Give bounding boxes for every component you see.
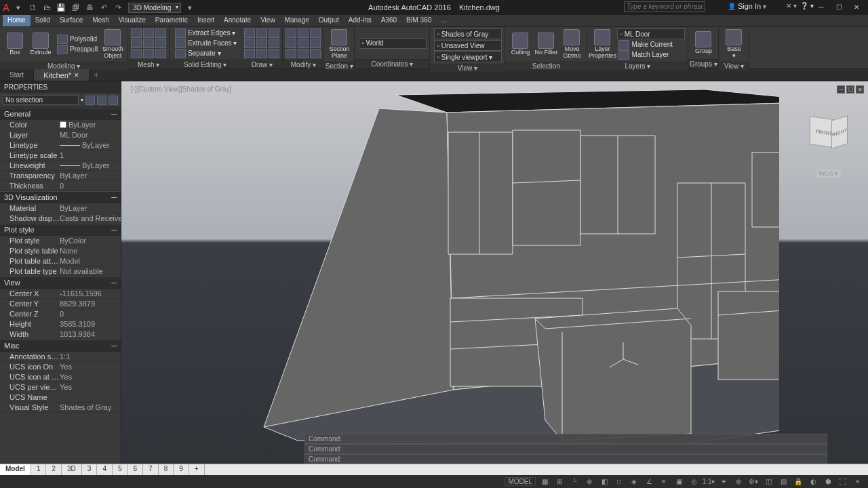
- tool-icon[interactable]: [143, 28, 154, 38]
- ribbon-dropdown[interactable]: ▫ World: [359, 38, 427, 49]
- panel-title[interactable]: Draw ▾: [241, 60, 282, 68]
- category-header[interactable]: View─: [0, 277, 121, 289]
- tool-icon[interactable]: [285, 49, 296, 58]
- vp-minimize-icon[interactable]: ─: [837, 85, 845, 94]
- tool-icon[interactable]: [244, 39, 255, 48]
- transparency-icon[interactable]: ▣: [673, 476, 685, 487]
- property-value[interactable]: ByLayer: [60, 204, 121, 212]
- ribbon-extrude-faces--button[interactable]: Extrude Faces ▾: [174, 39, 238, 48]
- panel-title[interactable]: Section ▾: [324, 62, 354, 70]
- menu-annotate[interactable]: Annotate: [219, 15, 256, 26]
- viewport-label[interactable]: [-][Custom View][Shades of Gray]: [131, 85, 231, 93]
- qa-redo-icon[interactable]: ↷: [112, 1, 124, 14]
- ribbon-polysolid-button[interactable]: Polysolid: [56, 35, 99, 44]
- tool-icon[interactable]: [298, 39, 309, 48]
- ribbon-section-plane-button[interactable]: SectionPlane: [327, 28, 351, 60]
- layout-tab[interactable]: 5: [113, 464, 128, 475]
- ribbon-box-button[interactable]: Box: [3, 32, 27, 57]
- tool-icon[interactable]: [143, 49, 154, 58]
- close-button[interactable]: ✕: [848, 0, 865, 14]
- property-value[interactable]: Yes: [60, 363, 121, 371]
- menu-manage[interactable]: Manage: [280, 15, 314, 26]
- tool-icon[interactable]: [256, 28, 267, 38]
- property-value[interactable]: Not available: [60, 267, 121, 275]
- property-value[interactable]: ML Door: [60, 131, 121, 139]
- property-value[interactable]: 8829.3879: [60, 300, 121, 308]
- property-value[interactable]: ByLayer: [60, 121, 121, 129]
- property-value[interactable]: -11615.1596: [60, 289, 121, 298]
- category-header[interactable]: Plot style─: [0, 224, 121, 236]
- property-row[interactable]: Layer ML Door: [0, 130, 121, 140]
- ribbon-base--button[interactable]: Base▾: [722, 28, 746, 60]
- layout-tab[interactable]: 2: [46, 464, 62, 475]
- property-row[interactable]: Visual Style Shades of Gray: [0, 403, 121, 413]
- lockui-icon[interactable]: 🔒: [792, 476, 804, 487]
- menu-mesh[interactable]: Mesh: [87, 15, 113, 26]
- property-value[interactable]: 0: [60, 182, 121, 190]
- tool-icon[interactable]: [244, 49, 255, 58]
- property-value[interactable]: None: [60, 247, 121, 255]
- property-row[interactable]: Plot style ByColor: [0, 236, 121, 246]
- tool-icon[interactable]: [155, 39, 166, 48]
- minimize-button[interactable]: ─: [812, 0, 830, 14]
- menu-bim-360[interactable]: BIM 360: [401, 15, 436, 26]
- property-row[interactable]: Color ByLayer: [0, 120, 121, 130]
- maximize-button[interactable]: ☐: [830, 0, 848, 14]
- panel-title[interactable]: Solid Editing ▾: [170, 60, 241, 68]
- menu-home[interactable]: Home: [3, 15, 31, 26]
- category-header[interactable]: General─: [0, 108, 121, 120]
- layout-tab[interactable]: 3D: [62, 464, 82, 475]
- property-value[interactable]: 3585.3109: [60, 320, 121, 328]
- property-value[interactable]: Yes: [60, 383, 121, 391]
- exchange-icon[interactable]: ✕ ▾: [786, 2, 797, 9]
- panel-title[interactable]: Modeling ▾: [0, 62, 127, 70]
- menu-insert[interactable]: Insert: [193, 15, 219, 26]
- ribbon-presspull-button[interactable]: Presspull: [56, 45, 99, 54]
- ribbon-make-current-button[interactable]: Make Current: [617, 40, 685, 49]
- property-value[interactable]: Shades of Gray: [60, 403, 121, 411]
- search-box[interactable]: [624, 1, 705, 12]
- tool-icon[interactable]: [310, 49, 321, 58]
- tab-close-icon[interactable]: ✕: [74, 72, 79, 79]
- tool-icon[interactable]: [143, 39, 154, 48]
- dropdown-arrow-icon[interactable]: ▾: [81, 97, 83, 103]
- quickprops-icon[interactable]: ▤: [777, 476, 789, 487]
- snap-icon[interactable]: ⊞: [553, 476, 566, 487]
- tool-icon[interactable]: [131, 28, 142, 38]
- viewport[interactable]: [-][Custom View][Shades of Gray] ─ ☐ ✕ F…: [121, 81, 868, 475]
- tool-icon[interactable]: [285, 39, 296, 48]
- annomonitor-icon[interactable]: ⊕: [732, 476, 745, 487]
- otrack-icon[interactable]: ∠: [643, 476, 655, 487]
- property-value[interactable]: 1:1: [60, 352, 121, 361]
- tool-icon[interactable]: [298, 49, 309, 58]
- layout-tab[interactable]: 1: [31, 464, 47, 475]
- menu-view[interactable]: View: [256, 15, 280, 26]
- ribbon-smooth-object-button[interactable]: SmoothObject: [100, 28, 125, 60]
- property-value[interactable]: Casts and Receives...: [60, 214, 121, 222]
- isolate-icon[interactable]: ◐: [807, 476, 819, 487]
- vp-close-icon[interactable]: ✕: [856, 85, 864, 94]
- property-row[interactable]: Plot table type Not available: [0, 266, 121, 277]
- units-icon[interactable]: ◫: [762, 476, 774, 487]
- menu-a360[interactable]: A360: [376, 15, 401, 26]
- qa-plot-icon[interactable]: 🖶: [83, 1, 96, 14]
- menu-output[interactable]: Output: [314, 15, 344, 26]
- tool-icon[interactable]: [310, 28, 321, 38]
- layout-tab[interactable]: +: [189, 464, 205, 475]
- property-row[interactable]: Thickness 0: [0, 181, 121, 191]
- property-row[interactable]: Annotation scale 1:1: [0, 352, 121, 362]
- menu-visualize[interactable]: Visualize: [114, 15, 151, 26]
- panel-title[interactable]: Mesh ▾: [128, 60, 169, 68]
- workspace-dropdown[interactable]: 3D Modeling: [128, 3, 181, 13]
- menu-parametric[interactable]: Parametric: [151, 15, 193, 26]
- layout-tab[interactable]: Model: [0, 464, 31, 475]
- property-row[interactable]: Transparency ByLayer: [0, 171, 121, 181]
- customize-icon[interactable]: ≡: [852, 476, 864, 487]
- qa-undo-icon[interactable]: ↶: [98, 1, 110, 14]
- menu-add-ins[interactable]: Add-ins: [344, 15, 376, 26]
- vp-maximize-icon[interactable]: ☐: [846, 85, 854, 94]
- category-header[interactable]: 3D Visualization─: [0, 191, 121, 203]
- property-value[interactable]: Model: [60, 257, 121, 265]
- ribbon-match-layer-button[interactable]: Match Layer: [617, 50, 685, 60]
- property-row[interactable]: Height 3585.3109: [0, 319, 121, 329]
